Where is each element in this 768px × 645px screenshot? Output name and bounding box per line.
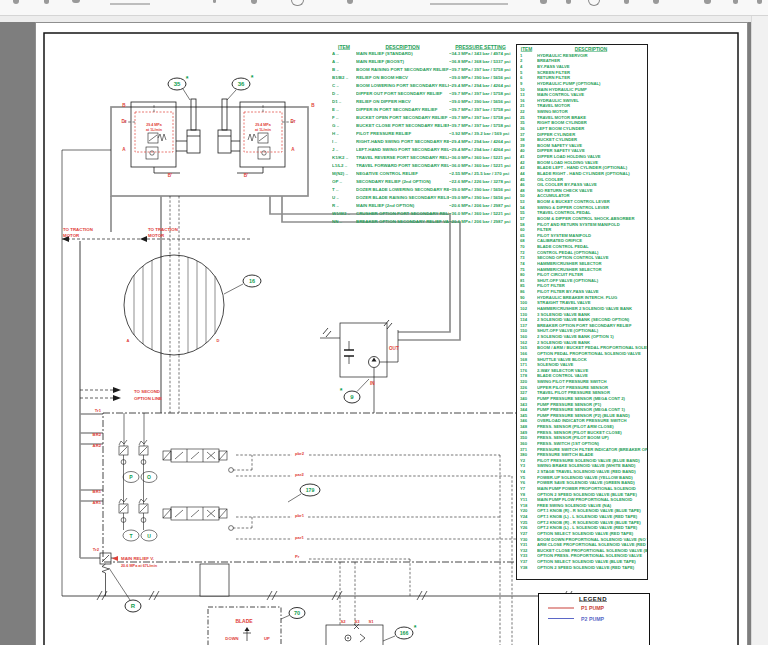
- legend-label: P1 PUMP: [581, 605, 604, 611]
- asterisk-icon: *: [414, 624, 417, 631]
- parts-table-row: Y38OPTION 2 SPEED SOLENOID VALVE (RED TA…: [518, 564, 647, 570]
- port-label: Dr: [121, 119, 126, 124]
- balloon-R: R: [131, 603, 136, 609]
- pressure-table-row: OP ..SECONDARY RELIEF (2nd OPTION)~22.6 …: [332, 178, 512, 186]
- blade-up-label: UP: [264, 636, 270, 641]
- port-label: A: [291, 147, 295, 152]
- boom-cylinder-assembly: [124, 99, 293, 173]
- balloon-35: 35: [174, 81, 181, 87]
- manifold-port-label: Tr1: [95, 408, 102, 413]
- relief-setting-label: 29.4 MPa: [146, 123, 162, 127]
- toolbar-icon-fragment[interactable]: [347, 0, 353, 4]
- toolbar-icon-fragment[interactable]: [733, 0, 738, 4]
- legend-entries: P1 PUMPP2 PUMP: [539, 605, 647, 622]
- legend-label: P2 PUMP: [581, 616, 604, 622]
- toolbar-icon-fragment[interactable]: [704, 0, 711, 4]
- manifold-port-label: Tr2: [93, 547, 100, 552]
- out-port-label: OUT: [389, 346, 399, 351]
- pressure-table-row: J ..LEFT-HAND SWING PORT SECONDARY RELIE…: [332, 146, 512, 154]
- manifold-port-label: AR1: [93, 500, 102, 505]
- parts-table-body: 1HYDRAULIC RESERVOIR2BREATHER4BY-PASS VA…: [518, 53, 647, 571]
- pressure-table-row: M(N2) ..NEGATIVE CONTROL RELIEF~2.55 MPa…: [332, 170, 512, 178]
- pressure-table-row: NN ..BREAKER OPTION SECONDARY RELIEF VAL…: [332, 218, 512, 226]
- toolbar-icon-fragment[interactable]: [13, 0, 19, 4]
- port-label: B': [168, 173, 172, 178]
- legend-line-swatch: [548, 608, 574, 609]
- oval-o: O: [147, 474, 151, 480]
- to-traction-label: TO TRACTION: [63, 227, 93, 232]
- balloon-36: 36: [238, 81, 245, 87]
- swivel-port-label: A: [127, 338, 130, 343]
- pressure-table-body: A ..MAIN RELIEF (STANDARD)~34.3 MPa / 34…: [332, 50, 512, 226]
- oval-t: T: [129, 533, 132, 539]
- ground-line: [62, 564, 580, 600]
- toolbar-icon-fragment[interactable]: [213, 0, 216, 3]
- pressure-table-row: D ..DIPPER OUT PORT SECONDARY RELIEF~39.…: [332, 90, 512, 98]
- legend-entry: P2 PUMP: [548, 616, 647, 622]
- shuttle-box: [326, 624, 383, 645]
- pressure-table: ITEM DESCRIPTION PRESSURE SETTING A ..MA…: [332, 44, 512, 236]
- manifold-port-label: AR2: [93, 443, 102, 448]
- toolbar-input-fragment[interactable]: [430, 3, 508, 5]
- s3-label: S3: [354, 619, 360, 624]
- swivel-port-label: D: [217, 338, 220, 343]
- manifold-port-label: pbr1: [295, 513, 305, 518]
- vertical-scrollbar[interactable]: [751, 16, 768, 645]
- in-port-label: IN: [370, 381, 375, 386]
- manifold-port-label: par2: [295, 472, 305, 477]
- main-relief-setting: 20.6 MPa at 67L/min: [121, 564, 158, 568]
- pressure-table-row: F ..BUCKET OPEN PORT SECONDARY RELIEF~39…: [332, 114, 512, 122]
- pressure-table-row: K1/K2 ..TRAVEL REVERSE PORT SECONDARY RE…: [332, 154, 512, 162]
- port-label: B': [244, 173, 248, 178]
- main-relief-label: MAIN RELIEF V.: [121, 556, 154, 561]
- toolbar-icon-fragment[interactable]: [653, 0, 659, 4]
- second-option-label: OPTION LINE: [134, 396, 162, 401]
- return-line: [62, 150, 111, 596]
- relief-setting-label: at 1L/min: [146, 128, 162, 132]
- parts-table: ITEM DESCRIPTION 1HYDRAULIC RESERVOIR2BR…: [516, 44, 648, 580]
- oval-u: U: [147, 533, 151, 539]
- pressure-table-row: B ..BOOM RAISING PORT SECONDARY RELIEF~3…: [332, 66, 512, 74]
- blade-label: BLADE: [235, 618, 253, 624]
- legend-title: LEGEND: [539, 596, 647, 603]
- pressure-table-row: L1/L2 ..TRAVEL FORWARD PORT SECONDARY RE…: [332, 162, 512, 170]
- toolbar-icon-fragment[interactable]: [72, 0, 80, 3]
- balloon-179: 179: [306, 487, 315, 493]
- second-option-arrows: [80, 387, 121, 401]
- viewer-top-band: [0, 16, 751, 22]
- manifold-port-label: Pr: [295, 554, 300, 559]
- s1-label: S1: [368, 619, 374, 624]
- balloon-16: 16: [249, 278, 255, 284]
- toolbar-icon-fragment[interactable]: [624, 0, 629, 4]
- asterisk-icon: *: [186, 75, 189, 82]
- to-traction-label: MOTOR: [148, 233, 165, 238]
- manifold-port-label: par1: [295, 535, 305, 540]
- relief-setting-label: 29.4 MPa: [255, 123, 271, 127]
- pressure-table-row: U ..DOZER BLADE RAISING SECONDARY RELIEF…: [332, 194, 512, 202]
- pressure-table-row: D1 ..RELIEF ON DIPPER HBCV~39.0 MPa / 39…: [332, 98, 512, 106]
- toolbar-icon-fragment[interactable]: [757, 0, 762, 4]
- relief-setting-label: at 1L/min: [255, 128, 271, 132]
- manifold-port-label: BR1: [93, 489, 102, 494]
- toolbar-icon-fragment[interactable]: [291, 0, 304, 6]
- toolbar-input-fragment[interactable]: [110, 3, 150, 5]
- blade-control-box: [208, 607, 281, 645]
- toolbar-icon-fragment[interactable]: [251, 0, 257, 4]
- manifold-port-label: BR2: [93, 432, 102, 437]
- asterisk-icon: *: [251, 74, 254, 81]
- asterisk-icon: *: [340, 387, 343, 394]
- toolbar-icon-fragment[interactable]: [44, 0, 49, 4]
- manifold-port-label: pbr2: [295, 451, 305, 456]
- second-option-label: TO SECOND: [134, 389, 160, 394]
- pressure-table-row: G ..BUCKET CLOSE PORT SECONDARY RELIEF~3…: [332, 122, 512, 130]
- pressure-table-row: E ..DIPPER IN PORT SECONDARY RELIEF~39.7…: [332, 106, 512, 114]
- pressure-table-row: W1/W2 ..CRUSHER OPTION PORT SECONDARY RE…: [332, 210, 512, 218]
- toolbar-icon-fragment[interactable]: [566, 0, 571, 4]
- toolbar-icon-fragment[interactable]: [540, 0, 547, 4]
- port-label: A: [122, 147, 126, 152]
- pressure-table-row: H ..PILOT PRESSURE RELIEF~3.92 MPa / 39.…: [332, 130, 512, 138]
- pressure-table-row: A ..MAIN RELIEF (STANDARD)~34.3 MPa / 34…: [332, 50, 512, 58]
- legend-entry: P1 PUMP: [548, 605, 647, 611]
- toolbar-icon-fragment[interactable]: [588, 0, 600, 6]
- pressure-table-row: B1/B2 ..RELIEF ON BOOM HBCV~39.0 MPa / 3…: [332, 74, 512, 82]
